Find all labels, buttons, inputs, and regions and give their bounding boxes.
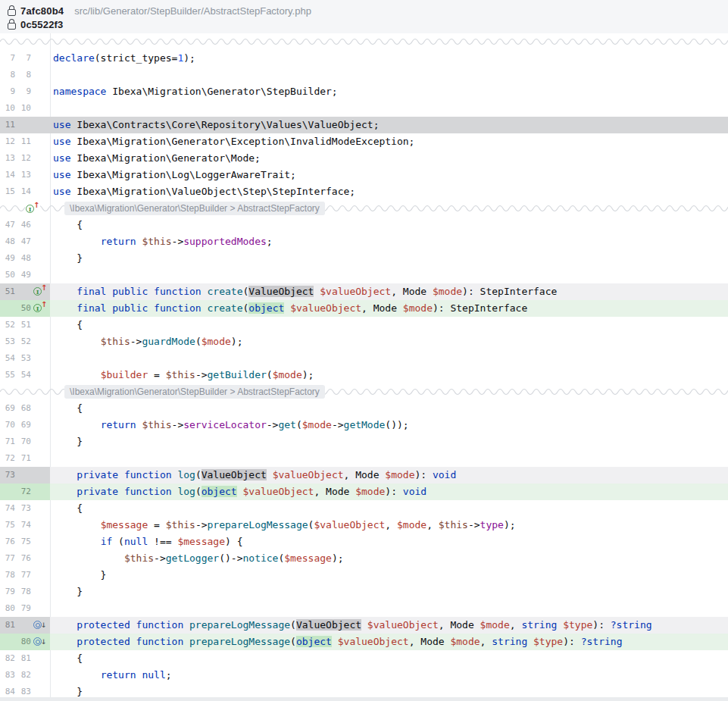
code-line[interactable]: }	[50, 250, 728, 267]
code-token: }	[53, 586, 83, 597]
code-line[interactable]: final public function create(object $val…	[50, 300, 728, 317]
code-token	[148, 302, 154, 314]
file-path: src/lib/Generator/StepBuilder/AbstractSt…	[74, 5, 311, 17]
code-line[interactable]	[50, 450, 728, 467]
code-line[interactable]: private function log(object $valueObject…	[50, 484, 728, 500]
gutter: 8382	[0, 667, 50, 684]
code-line[interactable]: use Ibexa\Migration\Generator\Exception\…	[50, 133, 728, 150]
code-line[interactable]: use Ibexa\Migration\ValueObject\Step\Ste…	[50, 183, 728, 200]
code-line[interactable]: $this->guardMode($mode);	[50, 333, 728, 350]
code-line[interactable]: declare(strict_types=1);	[50, 50, 728, 67]
diff-line: 1010	[0, 100, 728, 117]
gutter-icon-area	[31, 433, 50, 450]
code-line[interactable]: {	[50, 500, 728, 517]
code-token: }	[53, 686, 83, 697]
code-token: ): StepInterface	[462, 286, 557, 297]
gutter-icon-area	[31, 400, 50, 417]
gutter: 72	[0, 484, 50, 500]
gutter-icon-area	[31, 183, 50, 200]
code-line[interactable]: return $this->serviceLocator->get($mode-…	[50, 417, 728, 433]
code-token: $valueObject	[367, 619, 439, 631]
code-line[interactable]: if (null !== $message) {	[50, 534, 728, 550]
line-number-old: 12	[0, 133, 15, 150]
gutter-icon-area	[31, 117, 50, 133]
line-number-new: 52	[17, 333, 31, 350]
code-line[interactable]: }	[50, 684, 728, 700]
diff-line: 7271	[0, 450, 728, 467]
code-line[interactable]: {	[50, 317, 728, 333]
code-line[interactable]: $this->getLogger()->notice($message);	[50, 550, 728, 567]
code-line[interactable]	[50, 350, 728, 367]
line-number-old: 80	[0, 600, 15, 617]
code-token: object	[202, 486, 237, 497]
gutter-icon-area	[31, 584, 50, 600]
line-number-new: 10	[17, 100, 31, 117]
code-token: !==	[148, 536, 177, 547]
gutter-icon-area	[31, 233, 50, 250]
code-line[interactable]	[50, 100, 728, 117]
code-line[interactable]: {	[50, 650, 728, 667]
code-line[interactable]: {	[50, 400, 728, 417]
code-token: null	[142, 669, 165, 681]
code-line[interactable]: final public function create(ValueObject…	[50, 283, 728, 300]
gutter: 11	[0, 117, 50, 133]
code-token: {	[53, 402, 83, 414]
code-token: $type	[533, 636, 563, 647]
line-number-new: 7	[17, 50, 31, 67]
code-token: log	[177, 469, 195, 480]
code-token: $mode	[273, 369, 302, 380]
code-line[interactable]: return null;	[50, 667, 728, 684]
implements-method-icon[interactable]: I↑	[33, 303, 47, 314]
code-line[interactable]: }	[50, 567, 728, 584]
line-number-old: 73	[0, 467, 15, 484]
gutter-icon-area	[31, 367, 50, 383]
code-token	[53, 669, 101, 681]
code-line[interactable]: {	[50, 217, 728, 233]
line-number-new: 48	[17, 250, 31, 267]
overridden-method-icon[interactable]: ↓	[33, 637, 47, 647]
code-line[interactable]: }	[50, 433, 728, 450]
code-token: void	[433, 469, 456, 480]
code-line[interactable]	[50, 67, 728, 83]
code-token: private	[77, 469, 118, 480]
code-line[interactable]: use Ibexa\Migration\Generator\Mode;	[50, 150, 728, 167]
code-line[interactable]: use Ibexa\Contracts\Core\Repository\Valu…	[50, 117, 728, 133]
line-number-new: 72	[17, 484, 31, 500]
code-token: function	[124, 486, 172, 497]
collapsed-region-label[interactable]: \Ibexa\Migration\Generator\StepBuilder >…	[64, 385, 325, 399]
implements-method-icon[interactable]: I↑	[33, 286, 47, 297]
line-number-new: 8	[17, 67, 31, 83]
code-line[interactable]	[50, 600, 728, 617]
collapsed-region-label[interactable]: \Ibexa\Migration\Generator\StepBuilder >…	[64, 202, 325, 215]
code-line[interactable]: return $this->supportedModes;	[50, 233, 728, 250]
gutter-icon-area	[31, 250, 50, 267]
code-token: ?string	[581, 636, 623, 647]
code-line[interactable]: use Ibexa\Migration\Log\LoggerAwareTrait…	[50, 167, 728, 183]
code-line[interactable]: protected function prepareLogMessage(obj…	[50, 634, 728, 650]
implements-method-icon[interactable]: I↑	[26, 204, 39, 214]
gutter-icon-area	[31, 217, 50, 233]
line-number-old: 84	[0, 684, 15, 700]
diff-line: 73 private function log(ValueObject $val…	[0, 467, 728, 484]
code-line[interactable]: private function log(ValueObject $valueO…	[50, 467, 728, 484]
code-line[interactable]: protected function prepareLogMessage(Val…	[50, 617, 728, 634]
code-token: ->	[332, 419, 344, 430]
code-token: {	[53, 502, 83, 514]
gutter-icon-area	[31, 150, 50, 167]
line-number-new: 68	[17, 400, 31, 417]
diff-line: 7574 $message = $this->prepareLogMessage…	[0, 517, 728, 534]
code-line[interactable]: namespace Ibexa\Migration\Generator\Step…	[50, 83, 728, 100]
overridden-method-icon[interactable]: ↓	[33, 620, 47, 631]
line-number-old	[0, 634, 15, 650]
code-line[interactable]: }	[50, 584, 728, 600]
gutter-icon-area	[31, 350, 50, 367]
code-line[interactable]	[50, 267, 728, 283]
code-token: notice	[242, 552, 278, 564]
commit-hash-before: 7afc80b4	[20, 5, 64, 17]
line-number-old: 51	[0, 283, 15, 300]
code-token: ValueObject	[248, 286, 314, 297]
gutter: 80↓	[0, 634, 50, 650]
code-line[interactable]: $message = $this->prepareLogMessage($val…	[50, 517, 728, 534]
line-number-new: 69	[17, 417, 31, 433]
code-line[interactable]: $builder = $this->getBuilder($mode);	[50, 367, 728, 383]
